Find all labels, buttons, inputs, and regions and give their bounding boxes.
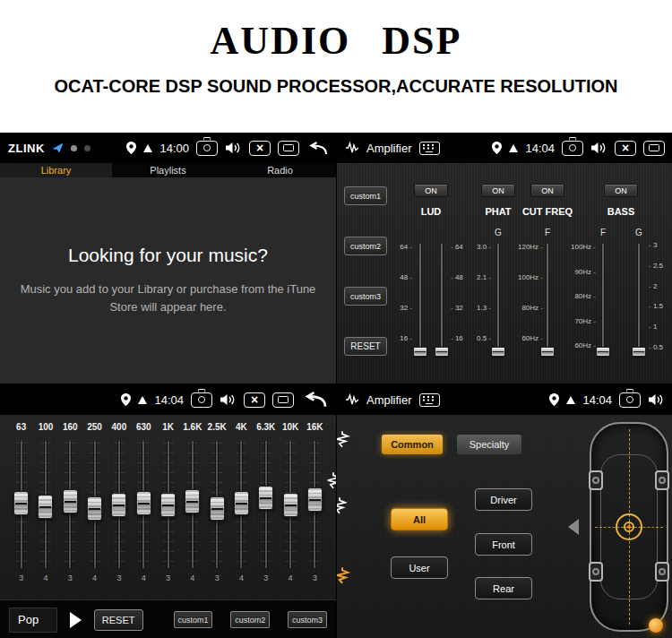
fader-knob[interactable] [258, 486, 273, 510]
reset-button[interactable]: RESET [94, 609, 143, 631]
close-button[interactable] [615, 141, 636, 156]
fader-knob[interactable] [13, 491, 29, 515]
screenshot-button[interactable] [196, 141, 218, 156]
cutfreq-slider[interactable] [540, 244, 555, 357]
indicator-dot [649, 618, 663, 633]
fader-knob[interactable] [160, 493, 176, 517]
fader-knob[interactable] [136, 491, 151, 515]
band-slider[interactable] [33, 437, 57, 572]
clock: 14:00 [159, 142, 189, 155]
tab-radio[interactable]: Radio [224, 165, 336, 176]
custom3-button[interactable]: custom3 [288, 611, 327, 628]
gps-signal-icon [143, 144, 152, 152]
tick-label: 80Hz [510, 305, 543, 312]
keyboard-icon[interactable] [419, 142, 440, 155]
chevron-left-icon[interactable] [568, 519, 579, 535]
speaker-front-left[interactable] [589, 470, 603, 490]
tab-specialty[interactable]: Specialty [457, 435, 521, 454]
close-button[interactable] [244, 392, 265, 408]
slider-knob[interactable] [435, 347, 449, 357]
recents-button[interactable] [643, 141, 665, 156]
band-slider[interactable] [9, 437, 33, 572]
band-slider[interactable] [205, 437, 229, 572]
bass-f-scale: 100Hz 90Hz 80Hz 70Hz 60Hz [564, 244, 596, 349]
screenshot-button[interactable] [619, 392, 641, 408]
slider-knob[interactable] [632, 347, 646, 357]
custom3-button[interactable]: custom3 [344, 287, 387, 306]
volume-icon[interactable] [648, 393, 665, 406]
slider-knob[interactable] [540, 347, 555, 357]
custom2-button[interactable]: custom2 [230, 611, 270, 628]
band-slider[interactable] [58, 437, 82, 572]
slider-track [441, 244, 444, 357]
reset-button[interactable]: RESET [344, 337, 387, 356]
fader-knob[interactable] [185, 489, 200, 513]
recents-button[interactable] [272, 392, 294, 408]
fader-knob[interactable] [111, 493, 126, 517]
band-slider[interactable] [180, 437, 204, 572]
fader-knob[interactable] [283, 493, 298, 517]
cutfreq-on-button[interactable]: ON [530, 184, 564, 197]
speaker-rear-left[interactable] [589, 562, 603, 582]
bass-on-button[interactable]: ON [604, 184, 638, 197]
volume-icon[interactable] [225, 142, 242, 154]
tick-label: 1.5 [649, 303, 672, 310]
custom1-button[interactable]: custom1 [344, 186, 387, 205]
phat-on-button[interactable]: ON [481, 184, 515, 197]
fader-knob[interactable] [210, 496, 225, 521]
band-slider[interactable] [156, 437, 180, 572]
fader-knob[interactable] [234, 491, 249, 515]
volume-icon[interactable] [590, 142, 607, 154]
driver-button[interactable]: Driver [475, 488, 532, 511]
band-slider[interactable] [303, 437, 327, 572]
tab-common[interactable]: Common [382, 435, 443, 454]
play-icon[interactable] [70, 612, 82, 628]
tab-library[interactable]: Library [0, 163, 112, 177]
phat-slider[interactable] [491, 244, 505, 357]
close-button[interactable] [249, 141, 271, 156]
band-value: 4 [289, 573, 293, 585]
front-button[interactable]: Front [475, 533, 532, 556]
tab-playlists[interactable]: Playlists [112, 165, 224, 176]
band-slider[interactable] [254, 437, 278, 572]
keyboard-icon[interactable] [419, 393, 440, 407]
speaker-front-right[interactable] [655, 470, 669, 490]
band-slider[interactable] [132, 437, 156, 572]
custom2-button[interactable]: custom2 [344, 237, 387, 255]
clock: 14:04 [154, 393, 184, 407]
custom1-button[interactable]: custom1 [174, 611, 213, 628]
band-slider[interactable] [278, 437, 302, 572]
lud-slider-2[interactable] [435, 244, 449, 357]
lud-slider-1[interactable] [413, 244, 427, 357]
band-slider[interactable] [107, 437, 131, 572]
slider-knob[interactable] [596, 347, 610, 357]
cutfreq-f-label: F [545, 228, 550, 237]
screenshot-button[interactable] [191, 392, 212, 408]
band-slider[interactable] [229, 437, 254, 572]
back-icon[interactable] [301, 392, 328, 408]
fader-knob[interactable] [307, 487, 323, 512]
slider-knob[interactable] [413, 347, 427, 357]
all-button[interactable]: All [391, 508, 448, 530]
bass-g-slider[interactable] [632, 244, 646, 357]
recents-button[interactable] [278, 141, 299, 156]
back-icon[interactable] [306, 142, 328, 155]
eq-band-1.6k: 1.6K4 [180, 422, 204, 599]
screenshot-button[interactable] [562, 141, 583, 156]
fader-knob[interactable] [63, 489, 78, 513]
fader-knob[interactable] [87, 496, 102, 521]
volume-icon[interactable] [220, 393, 237, 406]
lud-on-button[interactable]: ON [414, 184, 448, 197]
rear-button[interactable]: Rear [475, 577, 532, 599]
preset-select[interactable]: Pop [9, 608, 57, 633]
listening-position-target[interactable] [616, 513, 642, 540]
bass-f-slider[interactable] [596, 244, 610, 357]
fader-knob[interactable] [38, 495, 53, 519]
slider-knob[interactable] [491, 347, 505, 357]
band-slider[interactable] [82, 437, 107, 572]
band-value: 4 [92, 573, 97, 585]
eq-band-630: 6304 [132, 422, 156, 599]
user-button[interactable]: User [391, 556, 448, 579]
tick-label: 16 [387, 335, 412, 342]
speaker-rear-right[interactable] [655, 562, 669, 582]
